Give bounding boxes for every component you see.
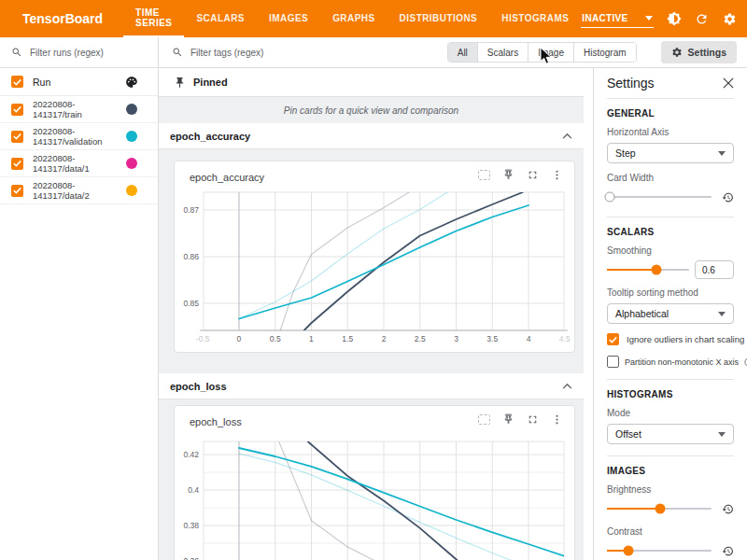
reload-icon[interactable] — [694, 11, 710, 27]
status-dropdown[interactable]: INACTIVE — [581, 10, 654, 28]
checkbox-unchecked[interactable] — [607, 356, 619, 368]
run-checkbox[interactable] — [11, 185, 23, 197]
svg-text:0.85: 0.85 — [183, 299, 199, 308]
palette-icon[interactable] — [125, 76, 138, 89]
filter-chip-histogram[interactable]: Histogram — [573, 43, 636, 62]
fit-domain-icon[interactable] — [478, 170, 490, 180]
brightness-slider[interactable] — [607, 508, 712, 510]
svg-text:2: 2 — [382, 334, 387, 343]
mouse-cursor — [540, 47, 553, 65]
chevron-up-icon[interactable] — [562, 383, 572, 389]
gear-icon[interactable] — [722, 11, 738, 27]
app-logo: TensorBoard — [22, 0, 103, 37]
pin-outline-icon[interactable] — [502, 169, 514, 181]
reset-icon[interactable] — [722, 503, 734, 515]
settings-group-histograms: HISTOGRAMS Mode Offset — [607, 379, 734, 444]
svg-text:0.42: 0.42 — [183, 450, 199, 459]
chevron-up-icon[interactable] — [562, 133, 572, 139]
pinned-title: Pinned — [193, 77, 228, 88]
loss-line-chart[interactable]: 0.360.380.40.42 — [175, 430, 576, 560]
scalar-card-epoch-accuracy: epoch_accuracy 0.850.860.87-0.500.511.52… — [174, 161, 575, 353]
cards-area: Pinned Pin cards for a quick view and co… — [159, 68, 584, 560]
fullscreen-icon[interactable] — [527, 169, 539, 181]
reset-icon[interactable] — [722, 545, 734, 557]
svg-text:0.5: 0.5 — [270, 334, 281, 343]
svg-text:2.5: 2.5 — [415, 334, 426, 343]
svg-text:1.5: 1.5 — [342, 334, 353, 343]
run-row-train[interactable]: 20220808-141317/train — [0, 96, 158, 123]
tab-graphs[interactable]: GRAPHS — [320, 0, 387, 37]
section-header-epoch-loss[interactable]: epoch_loss — [159, 373, 584, 399]
filter-chip-scalars[interactable]: Scalars — [477, 43, 528, 62]
smoothing-slider[interactable] — [607, 269, 689, 271]
reset-icon[interactable] — [722, 191, 734, 203]
chevron-down-icon — [718, 432, 726, 437]
svg-text:0.87: 0.87 — [183, 205, 199, 215]
svg-text:0.38: 0.38 — [183, 521, 199, 530]
settings-group-scalars: SCALARS Smoothing 0.6 Tooltip sorting me… — [607, 217, 734, 368]
run-name: 20220808-141317/data/1 — [33, 153, 126, 174]
settings-group-general: GENERAL Horizontal Axis Step Card Width — [607, 99, 734, 205]
header-controls: INACTIVE ? — [581, 0, 747, 37]
smoothing-value-input[interactable]: 0.6 — [695, 260, 734, 279]
run-row-data-1[interactable]: 20220808-141317/data/1 — [0, 150, 158, 177]
card-actions — [478, 413, 563, 426]
section-header-epoch-accuracy[interactable]: epoch_accuracy — [159, 123, 584, 149]
contrast-slider[interactable] — [607, 550, 712, 552]
ignore-outliers-checkbox-row[interactable]: Ignore outliers in chart scaling — [607, 333, 734, 345]
gear-icon — [671, 47, 683, 58]
run-checkbox[interactable] — [11, 131, 23, 143]
close-icon[interactable] — [723, 77, 734, 89]
tags-filter-input[interactable] — [190, 48, 331, 58]
tab-histograms[interactable]: HISTOGRAMS — [489, 0, 581, 37]
run-row-validation[interactable]: 20220808-141317/validation — [0, 123, 158, 150]
svg-text:0: 0 — [237, 334, 242, 343]
runs-header-row: Run — [0, 68, 158, 96]
partition-x-checkbox-row[interactable]: Partition non-monotonic X axis ? — [607, 356, 734, 368]
svg-text:1: 1 — [309, 334, 314, 343]
pin-icon — [174, 77, 186, 89]
horizontal-axis-select[interactable]: Step — [607, 143, 734, 163]
svg-text:0.86: 0.86 — [183, 252, 199, 261]
filter-chip-all[interactable]: All — [448, 43, 477, 62]
scalar-card-epoch-loss: epoch_loss 0.360.380.40.42 — [174, 405, 575, 560]
fullscreen-icon[interactable] — [527, 413, 539, 426]
tags-toolbar: All Scalars Image Histogram Settings — [159, 37, 747, 68]
settings-group-images: IMAGES Brightness Contrast Show actual i… — [607, 455, 734, 560]
run-name: 20220808-141317/train — [33, 99, 126, 119]
nav-tabs: TIME SERIES SCALARS IMAGES GRAPHS DISTRI… — [123, 0, 581, 37]
card-width-slider[interactable] — [607, 196, 712, 198]
more-options-icon[interactable] — [551, 413, 563, 426]
brightness-toggle-icon[interactable] — [666, 11, 682, 27]
checkbox-checked[interactable] — [607, 333, 619, 345]
svg-text:3: 3 — [454, 334, 458, 343]
settings-toggle-button[interactable]: Settings — [661, 41, 737, 63]
more-options-icon[interactable] — [551, 169, 563, 181]
tab-distributions[interactable]: DISTRIBUTIONS — [388, 0, 490, 37]
svg-text:3.5: 3.5 — [486, 334, 498, 343]
settings-panel: Settings GENERAL Horizontal Axis Step Ca… — [593, 68, 747, 560]
tooltip-sort-select[interactable]: Alphabetical — [607, 303, 734, 324]
tab-time-series[interactable]: TIME SERIES — [123, 0, 184, 37]
runs-filter — [0, 37, 158, 68]
run-row-data-2[interactable]: 20220808-141317/data/2 — [0, 177, 158, 204]
run-name: 20220808-141317/data/2 — [33, 180, 126, 201]
card-title: epoch_accuracy — [190, 172, 264, 183]
runs-header-label: Run — [33, 77, 125, 88]
card-actions — [478, 169, 563, 181]
chevron-down-icon — [718, 312, 726, 316]
pin-outline-icon[interactable] — [502, 413, 514, 426]
run-checkbox[interactable] — [11, 104, 23, 116]
run-checkbox-all[interactable] — [11, 76, 23, 88]
pinned-hint: Pin cards for a quick view and compariso… — [159, 97, 584, 123]
run-checkbox[interactable] — [11, 158, 23, 170]
fit-domain-icon[interactable] — [478, 414, 490, 425]
accuracy-line-chart[interactable]: 0.850.860.87-0.500.511.522.533.544.5 — [175, 186, 576, 346]
svg-text:-0.5: -0.5 — [196, 334, 210, 343]
run-name: 20220808-141317/validation — [33, 126, 126, 147]
tab-scalars[interactable]: SCALARS — [184, 0, 257, 37]
histogram-mode-select[interactable]: Offset — [607, 424, 734, 444]
tab-images[interactable]: IMAGES — [257, 0, 320, 37]
app-header: TensorBoard TIME SERIES SCALARS IMAGES G… — [0, 0, 747, 37]
runs-filter-input[interactable] — [30, 48, 137, 58]
